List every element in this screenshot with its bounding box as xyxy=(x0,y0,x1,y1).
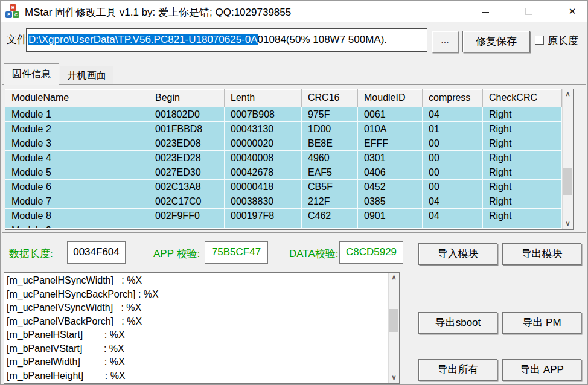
table-cell: Right xyxy=(483,122,562,136)
table-cell: Module 7 xyxy=(5,194,149,209)
file-label: 文件 xyxy=(7,33,27,46)
log-text: [m_ucPanelHSyncWidth] : %X [m_ucPanelHSy… xyxy=(7,274,387,383)
file-path-selected-text: D:\Xgpro\UserData\TP.V56.PC821-U18070625… xyxy=(28,34,258,45)
table-cell: Module 8 xyxy=(5,209,149,223)
col-header-checkcrc[interactable]: CheckCRC xyxy=(483,89,562,107)
table-cell: 01 xyxy=(423,122,483,136)
table-cell: Module 1 xyxy=(5,107,149,122)
browse-button[interactable]: ... xyxy=(432,31,458,52)
table-body: Module 1001802D00007B908975F006104RightM… xyxy=(5,107,573,223)
data-crc-value: C8CD5929 xyxy=(339,241,403,264)
window-title: MStar 固件修改工具 v1.1 by: 爱上你是错; QQ:10297398… xyxy=(25,5,291,19)
table-cell: 001FBBD8 xyxy=(149,122,225,136)
table-row[interactable]: Module 6002C13A800000418CB5F045200Right xyxy=(5,180,562,194)
log-textarea[interactable]: [m_ucPanelHSyncWidth] : %X [m_ucPanelHSy… xyxy=(4,272,400,384)
table-cell: Module 6 xyxy=(5,180,149,194)
app-icon: H F C xyxy=(5,4,20,19)
table-cell: 002C17C0 xyxy=(149,194,225,209)
table-cell: 0385 xyxy=(358,194,423,209)
table-cell: 0452 xyxy=(358,180,423,194)
table-cell: 0301 xyxy=(358,151,423,165)
table-cell: 0901 xyxy=(358,209,423,223)
original-length-checkbox[interactable] xyxy=(535,36,544,45)
table-scrollbar-thumb[interactable] xyxy=(563,168,572,195)
table-cell: Right xyxy=(483,151,562,165)
table-row[interactable]: Module 7002C17C000038830212F038504Right xyxy=(5,194,562,209)
table-row[interactable]: Module 40023ED28000400084960030100Right xyxy=(5,151,562,165)
original-length-label: 原长度 xyxy=(548,34,578,48)
col-header-begin[interactable]: Begin xyxy=(149,89,225,107)
table-cell: 212F xyxy=(302,194,358,209)
table-row[interactable]: Module 1001802D00007B908975F006104Right xyxy=(5,107,562,122)
table-cell: 0061 xyxy=(358,107,423,122)
table-cell: Module 5 xyxy=(5,165,149,180)
table-row[interactable]: Module 50027ED3000042678EAF5040600Right xyxy=(5,165,562,180)
close-button[interactable]: ✕ xyxy=(558,1,586,22)
table-cell: 1D00 xyxy=(302,122,358,136)
tab-firmware-info[interactable]: 固件信息 xyxy=(4,63,59,85)
export-pm-button[interactable]: 导出 PM xyxy=(502,312,581,334)
table-cell: 00038830 xyxy=(225,194,302,209)
icon-block-f: F xyxy=(5,11,12,18)
table-scrollbar[interactable]: ∧ ∨ xyxy=(562,89,573,229)
maximize-icon xyxy=(525,8,532,15)
close-icon: ✕ xyxy=(569,6,577,16)
file-path-input[interactable]: D:\Xgpro\UserData\TP.V56.PC821-U18070625… xyxy=(26,28,427,52)
scroll-down-icon[interactable]: ∨ xyxy=(389,373,399,383)
maximize-button[interactable] xyxy=(515,1,543,22)
export-app-button[interactable]: 导出 APP xyxy=(502,359,581,381)
export-sboot-button[interactable]: 导出sboot xyxy=(418,312,497,334)
table-cell: 00 xyxy=(423,180,483,194)
export-all-button[interactable]: 导出所有 xyxy=(418,359,497,381)
repair-save-button[interactable]: 修复保存 xyxy=(462,31,530,52)
minimize-icon xyxy=(482,12,489,13)
table-cell: 0023ED08 xyxy=(149,136,225,151)
table-cell: 04 xyxy=(423,209,483,223)
file-path-rest-text: 01084(50% 108W7 500MA). xyxy=(258,34,388,45)
col-header-lenth[interactable]: Lenth xyxy=(225,89,302,107)
table-cell: Module 2 xyxy=(5,122,149,136)
table-cell: 00 xyxy=(423,165,483,180)
table-cell: C462 xyxy=(302,209,358,223)
table-cell: 002F9FF0 xyxy=(149,209,225,223)
table-header: ModuleName Begin Lenth CRC16 MoudleID co… xyxy=(5,89,562,107)
firmware-info-panel: ModuleName Begin Lenth CRC16 MoudleID co… xyxy=(2,84,586,233)
table-cell: 002C13A8 xyxy=(149,180,225,194)
tab-boot-screen[interactable]: 开机画面 xyxy=(60,66,113,84)
table-partial-row: Module 9 xyxy=(5,223,562,228)
table-cell: 001802D0 xyxy=(149,107,225,122)
table-cell: 00 xyxy=(423,136,483,151)
scroll-up-icon[interactable]: ∧ xyxy=(389,273,399,283)
col-header-modulename[interactable]: ModuleName xyxy=(5,89,149,107)
table-cell: 0023ED28 xyxy=(149,151,225,165)
table-cell: Right xyxy=(483,194,562,209)
scroll-down-icon[interactable]: ∨ xyxy=(563,219,573,229)
export-module-button[interactable]: 导出模块 xyxy=(502,243,581,265)
table-cell: 00000020 xyxy=(225,136,302,151)
table-cell: 00043130 xyxy=(225,122,302,136)
import-module-button[interactable]: 导入模块 xyxy=(418,243,497,265)
table-cell: BE8E xyxy=(302,136,358,151)
table-row[interactable]: Module 30023ED0800000020BE8EEFFF00Right xyxy=(5,136,562,151)
log-scrollbar-thumb[interactable] xyxy=(389,309,398,332)
table-cell: 0406 xyxy=(358,165,423,180)
table-cell: 000197F8 xyxy=(225,209,302,223)
table-cell: Module 3 xyxy=(5,136,149,151)
icon-block-h: H xyxy=(10,4,16,11)
table-cell: 0007B908 xyxy=(225,107,302,122)
table-row[interactable]: Module 2001FBBD8000431301D00010A01Right xyxy=(5,122,562,136)
col-header-moudleid[interactable]: MoudleID xyxy=(358,89,423,107)
titlebar: H F C MStar 固件修改工具 v1.1 by: 爱上你是错; QQ:10… xyxy=(1,1,587,22)
col-header-compress[interactable]: compress xyxy=(423,89,483,107)
table-cell: 04 xyxy=(423,194,483,209)
scroll-up-icon[interactable]: ∧ xyxy=(563,89,573,100)
log-scrollbar[interactable]: ∧ ∨ xyxy=(388,273,399,383)
table-row[interactable]: Module 8002F9FF0000197F8C462090104Right xyxy=(5,209,562,223)
table-cell: Module 4 xyxy=(5,151,149,165)
data-length-label: 数据长度: xyxy=(9,247,53,261)
data-length-value: 0034F604 xyxy=(67,241,126,264)
table-cell: CB5F xyxy=(302,180,358,194)
table-cell: 010A xyxy=(358,122,423,136)
minimize-button[interactable] xyxy=(471,1,499,22)
col-header-crc16[interactable]: CRC16 xyxy=(302,89,358,107)
